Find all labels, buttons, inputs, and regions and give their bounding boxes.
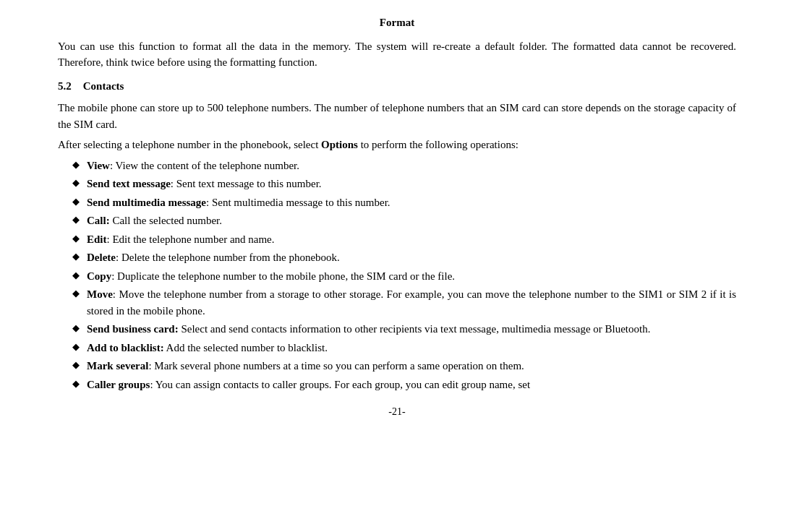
bullet-bold: Caller groups — [87, 379, 150, 390]
list-item: ◆Mark several: Mark several phone number… — [58, 358, 736, 374]
list-item: ◆Send multimedia message: Sent multimedi… — [58, 194, 736, 211]
list-item: ◆Send text message: Sent text message to… — [58, 176, 736, 192]
bullet-content: Mark several: Mark several phone numbers… — [87, 358, 736, 374]
format-section: Format You can use this function to form… — [58, 14, 736, 71]
bullet-diamond-icon: ◆ — [72, 231, 80, 246]
list-item: ◆Copy: Duplicate the telephone number to… — [58, 268, 736, 285]
bullet-bold: Add to blacklist: — [87, 342, 164, 353]
bullet-content: Send business card: Select and send cont… — [87, 321, 736, 338]
bullet-diamond-icon: ◆ — [72, 194, 80, 210]
bullet-diamond-icon: ◆ — [72, 213, 80, 228]
bullet-diamond-icon: ◆ — [72, 249, 80, 265]
list-item: ◆Edit: Edit the telephone number and nam… — [58, 231, 736, 248]
contacts-para1: The mobile phone can store up to 500 tel… — [58, 100, 736, 132]
list-item: ◆Caller groups: You can assign contacts … — [58, 377, 736, 393]
bullet-content: Edit: Edit the telephone number and name… — [87, 231, 736, 248]
section-name: Contacts — [83, 78, 124, 95]
list-item: ◆Add to blacklist: Add the selected numb… — [58, 340, 736, 356]
bullet-diamond-icon: ◆ — [72, 286, 80, 301]
contacts-header: 5.2 Contacts — [58, 78, 736, 95]
list-item: ◆Move: Move the telephone number from a … — [58, 286, 736, 319]
format-title: Format — [58, 14, 736, 31]
bullet-bold: Send business card: — [87, 323, 179, 335]
bullet-content: Delete: Delete the telephone number from… — [87, 249, 736, 266]
contacts-para2: After selecting a telephone number in th… — [58, 137, 736, 153]
para2-bold: Options — [321, 139, 358, 150]
bullet-content: Move: Move the telephone number from a s… — [87, 286, 736, 319]
page-number: -21- — [58, 404, 736, 419]
format-intro: You can use this function to format all … — [58, 38, 736, 71]
bullet-content: Send multimedia message: Sent multimedia… — [87, 194, 736, 211]
list-item: ◆Delete: Delete the telephone number fro… — [58, 249, 736, 266]
bullet-list: ◆View: View the content of the telephone… — [58, 158, 736, 393]
list-item: ◆Call: Call the selected number. — [58, 213, 736, 229]
para2-suffix: to perform the following operations: — [358, 139, 518, 150]
bullet-content: Call: Call the selected number. — [87, 213, 736, 229]
bullet-bold: View — [87, 160, 110, 171]
bullet-bold: Delete — [87, 252, 116, 263]
list-item: ◆Send business card: Select and send con… — [58, 321, 736, 338]
bullet-diamond-icon: ◆ — [72, 377, 80, 392]
bullet-bold: Move — [87, 288, 113, 300]
bullet-content: Send text message: Sent text message to … — [87, 176, 736, 192]
bullet-bold: Send text message — [87, 178, 171, 189]
bullet-content: Copy: Duplicate the telephone number to … — [87, 268, 736, 285]
bullet-diamond-icon: ◆ — [72, 321, 80, 336]
bullet-bold: Call: — [87, 215, 110, 226]
bullet-diamond-icon: ◆ — [72, 268, 80, 283]
bullet-content: Caller groups: You can assign contacts t… — [87, 377, 736, 393]
bullet-diamond-icon: ◆ — [72, 176, 80, 191]
bullet-diamond-icon: ◆ — [72, 358, 80, 373]
para2-prefix: After selecting a telephone number in th… — [58, 139, 321, 150]
contacts-section: 5.2 Contacts The mobile phone can store … — [58, 78, 736, 393]
bullet-bold: Copy — [87, 270, 111, 282]
bullet-bold: Send multimedia message — [87, 197, 206, 208]
list-item: ◆View: View the content of the telephone… — [58, 158, 736, 174]
bullet-content: Add to blacklist: Add the selected numbe… — [87, 340, 736, 356]
bullet-diamond-icon: ◆ — [72, 340, 80, 355]
bullet-bold: Mark several — [87, 360, 148, 372]
bullet-content: View: View the content of the telephone … — [87, 158, 736, 174]
section-number: 5.2 — [58, 78, 72, 95]
bullet-diamond-icon: ◆ — [72, 158, 80, 173]
bullet-bold: Edit — [87, 233, 107, 245]
